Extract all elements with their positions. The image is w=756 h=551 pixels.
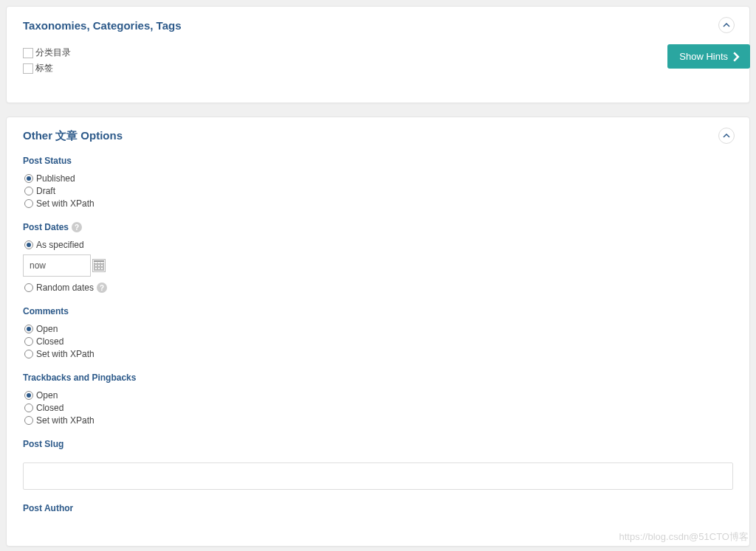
radio-random-dates[interactable]: Random dates ? — [24, 283, 733, 293]
radio-comments-closed[interactable]: Closed — [24, 336, 733, 347]
radio-icon — [24, 240, 33, 249]
radio-comments-xpath[interactable]: Set with XPath — [24, 349, 733, 359]
panel-title: Taxonomies, Categories, Tags — [23, 19, 182, 32]
radio-trackbacks-open[interactable]: Open — [24, 390, 733, 401]
collapse-button[interactable] — [718, 17, 735, 33]
chevron-right-icon — [731, 52, 741, 62]
radio-label: Open — [36, 324, 58, 334]
radio-icon — [24, 337, 33, 346]
radio-label: Open — [36, 390, 58, 401]
show-hints-label: Show Hints — [679, 51, 728, 62]
radio-icon — [24, 187, 33, 195]
radio-label: Set with XPath — [36, 198, 94, 209]
help-icon[interactable]: ? — [97, 283, 107, 293]
radio-as-specified[interactable]: As specified — [24, 240, 733, 250]
radio-label: Closed — [36, 403, 63, 413]
chevron-up-icon — [723, 132, 730, 139]
panel-title: Other 文章 Options — [23, 129, 123, 143]
checkbox-label: 标签 — [35, 62, 53, 74]
radio-xpath-status[interactable]: Set with XPath — [24, 198, 733, 209]
radio-trackbacks-closed[interactable]: Closed — [24, 403, 733, 413]
radio-trackbacks-xpath[interactable]: Set with XPath — [24, 415, 733, 426]
radio-icon — [24, 403, 33, 412]
radio-icon — [24, 391, 33, 400]
post-author-label: Post Author — [23, 503, 733, 513]
radio-label: As specified — [36, 240, 84, 250]
radio-draft[interactable]: Draft — [24, 186, 733, 196]
date-input[interactable] — [23, 254, 91, 277]
radio-label: Closed — [36, 336, 63, 347]
checkbox-label: 分类目录 — [35, 46, 71, 59]
show-hints-button[interactable]: Show Hints — [667, 44, 750, 69]
help-icon[interactable]: ? — [72, 222, 82, 232]
checkbox-row-tags[interactable]: 标签 — [23, 62, 733, 74]
trackbacks-label: Trackbacks and Pingbacks — [23, 372, 733, 383]
post-dates-text: Post Dates — [23, 222, 69, 232]
post-dates-label: Post Dates ? — [23, 222, 733, 232]
radio-icon — [24, 174, 33, 183]
radio-label: Published — [36, 173, 75, 184]
chevron-up-icon — [723, 21, 730, 29]
post-slug-label: Post Slug — [23, 439, 733, 449]
radio-label: Draft — [36, 186, 55, 196]
checkbox-icon — [23, 63, 33, 74]
calendar-icon[interactable] — [92, 259, 106, 272]
post-slug-input[interactable] — [23, 462, 733, 490]
panel-header: Other 文章 Options — [7, 117, 749, 151]
panel-body: Post Status Published Draft Set with XPa… — [7, 151, 749, 546]
radio-published[interactable]: Published — [24, 173, 733, 184]
radio-icon — [24, 350, 33, 358]
radio-label: Random dates — [36, 283, 94, 293]
other-options-panel: Other 文章 Options Post Status Published D… — [6, 117, 750, 547]
radio-icon — [24, 416, 33, 425]
collapse-button[interactable] — [718, 128, 735, 144]
post-status-label: Post Status — [23, 156, 733, 166]
taxonomies-panel: Taxonomies, Categories, Tags 分类目录 标签 — [6, 6, 750, 103]
radio-label: Set with XPath — [36, 415, 94, 426]
panel-body: 分类目录 标签 — [7, 41, 749, 103]
radio-icon — [24, 199, 33, 208]
checkbox-row-categories[interactable]: 分类目录 — [23, 46, 733, 59]
radio-comments-open[interactable]: Open — [24, 324, 733, 334]
radio-icon — [24, 283, 33, 292]
checkbox-icon — [23, 48, 33, 58]
comments-label: Comments — [23, 306, 733, 316]
radio-icon — [24, 325, 33, 333]
panel-header: Taxonomies, Categories, Tags — [7, 7, 749, 41]
radio-label: Set with XPath — [36, 349, 94, 359]
date-input-group — [23, 254, 733, 277]
